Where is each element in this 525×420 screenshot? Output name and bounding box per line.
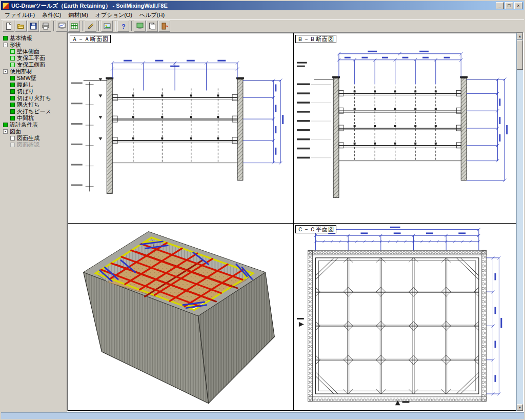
- scroll-up-button[interactable]: ▲: [517, 33, 523, 39]
- menu-condition[interactable]: 条件(C): [38, 10, 65, 20]
- toolbar-separator: [53, 21, 54, 31]
- exit-button[interactable]: [158, 21, 170, 32]
- tree-node-icon: [10, 89, 15, 94]
- tree-item-label: 使用部材: [10, 68, 32, 75]
- tree-item-support-side[interactable]: 支保工側面: [1, 62, 67, 68]
- menu-options[interactable]: オプション(O): [92, 10, 136, 20]
- svg-text:?: ?: [122, 23, 125, 30]
- tree-item-label: 図面生成: [17, 135, 39, 142]
- menu-file[interactable]: ファイル(F): [1, 10, 38, 20]
- minimize-button[interactable]: _: [496, 2, 504, 9]
- scrollbar-thumb[interactable]: [517, 40, 523, 70]
- screen-button[interactable]: [134, 21, 146, 32]
- drawing-button[interactable]: [101, 21, 113, 32]
- tree-expander-icon[interactable]: -: [3, 129, 8, 134]
- tree-node-icon: [10, 63, 15, 67]
- cc-wall-bands: [308, 250, 487, 401]
- open-button[interactable]: [15, 21, 27, 32]
- cc-joint-braces: [316, 258, 479, 394]
- aa-struts: [112, 94, 237, 143]
- status-bar: [1, 412, 524, 419]
- maximize-button[interactable]: □: [505, 2, 513, 9]
- menu-help[interactable]: ヘルプ(H): [136, 10, 168, 20]
- bb-piles: [355, 86, 436, 161]
- table-button[interactable]: [68, 21, 80, 32]
- tree-item-design-conditions[interactable]: 設計条件表: [1, 122, 67, 128]
- tree-item-middle-pile[interactable]: 中間杭: [1, 115, 67, 122]
- aa-dimension-ticks: [111, 62, 282, 165]
- titlebar[interactable]: UC-Drawツールズ（Earth Retaining） - SoilMixin…: [1, 1, 524, 10]
- exit-icon: [160, 22, 169, 30]
- plan-cc-drawing: [294, 224, 516, 410]
- bb-annotations: [297, 62, 310, 158]
- cc-dim-text: [328, 227, 502, 382]
- save-button[interactable]: [27, 21, 39, 32]
- window-controls: _ □ ×: [496, 2, 522, 9]
- help-button[interactable]: ?: [117, 21, 129, 32]
- cc-section-markers: [297, 318, 409, 405]
- table-icon: [70, 22, 78, 30]
- cc-grid: [316, 258, 479, 394]
- sidebar-tree: 基本情報-形状壁体側面支保工平面支保工側面-使用部材SMW壁腹起し切ばり切ばり火…: [1, 32, 67, 412]
- tree-item-smw-wall[interactable]: SMW壁: [1, 75, 67, 82]
- tree-item-wall-side[interactable]: 壁体側面: [1, 48, 67, 55]
- tree-item-label: 設計条件表: [10, 122, 38, 128]
- help-icon: ?: [119, 22, 128, 30]
- tree-node-icon: [10, 83, 15, 87]
- tree-item-corner-hiuchi[interactable]: 隅火打ち: [1, 102, 67, 108]
- tree-item-label: 基本情報: [10, 35, 32, 42]
- save-icon: [29, 22, 37, 30]
- bb-struts: [339, 90, 461, 148]
- tree-item-drawing-check[interactable]: 図面確認: [1, 142, 67, 148]
- pane-title-cc: Ｃ－Ｃ平面図: [295, 225, 336, 233]
- menu-steel[interactable]: 鋼材(M): [65, 10, 92, 20]
- tree-node-icon: [10, 49, 15, 54]
- tree-item-drawing[interactable]: -図面: [1, 128, 67, 135]
- copy-button[interactable]: [146, 21, 158, 32]
- tree-node-icon: [10, 116, 15, 121]
- toolbar-separator: [115, 21, 116, 31]
- tree-item-strut-hiuchi[interactable]: 切ばり火打ち: [1, 95, 67, 102]
- clipboard-icon: [148, 22, 156, 30]
- close-button[interactable]: ×: [514, 2, 522, 9]
- tree-item-hiuchi-piece[interactable]: 火打ちピース: [1, 108, 67, 115]
- tree-item-label: SMW壁: [17, 75, 36, 82]
- tree-node-icon: [3, 123, 8, 127]
- tree-item-basic-info[interactable]: 基本情報: [1, 35, 67, 42]
- tree-node-icon: [3, 36, 8, 41]
- scroll-down-button[interactable]: ▼: [517, 404, 523, 411]
- pane-3d-view: [68, 224, 294, 410]
- tree-item-label: 支保工平面: [17, 55, 45, 62]
- monitor-icon: [136, 22, 144, 30]
- pencil-icon: [87, 22, 95, 30]
- tree-item-drawing-generate[interactable]: 図面生成: [1, 135, 67, 142]
- drawing-area: Ａ－Ａ断面図: [67, 32, 524, 412]
- tree-node-icon: [10, 143, 15, 147]
- tree-expander-icon[interactable]: -: [3, 43, 8, 47]
- edit-condition-button[interactable]: [85, 21, 96, 32]
- tree-item-label: 切ばり: [17, 88, 34, 95]
- tree-expander-icon[interactable]: -: [3, 69, 8, 74]
- tree-item-shape[interactable]: -形状: [1, 42, 67, 48]
- pane-plan-cc: Ｃ－Ｃ平面図: [294, 224, 516, 410]
- toolbar-separator: [82, 21, 83, 31]
- tree-item-label: 中間杭: [17, 115, 34, 122]
- tree-item-strut[interactable]: 切ばり: [1, 88, 67, 95]
- toolbar-separator: [98, 21, 99, 31]
- vertical-scrollbar[interactable]: ▲ ▼: [516, 33, 523, 411]
- view-3d-drawing: [68, 224, 293, 410]
- bb-leaders: [311, 84, 332, 157]
- print-button[interactable]: [39, 21, 51, 32]
- preview-button[interactable]: [56, 21, 68, 32]
- aa-piles: [133, 88, 218, 163]
- tree-item-label: 隅火打ち: [17, 102, 39, 108]
- new-button[interactable]: [3, 21, 14, 32]
- tree-node-icon: [10, 109, 15, 114]
- app-icon: [3, 3, 9, 9]
- print-icon: [42, 22, 50, 30]
- tree-item-materials[interactable]: -使用部材: [1, 68, 67, 75]
- tree-item-label: 図面確認: [17, 142, 39, 148]
- bb-walls: [314, 76, 497, 198]
- tree-item-support-plan[interactable]: 支保工平面: [1, 55, 67, 62]
- tree-item-waling[interactable]: 腹起し: [1, 82, 67, 88]
